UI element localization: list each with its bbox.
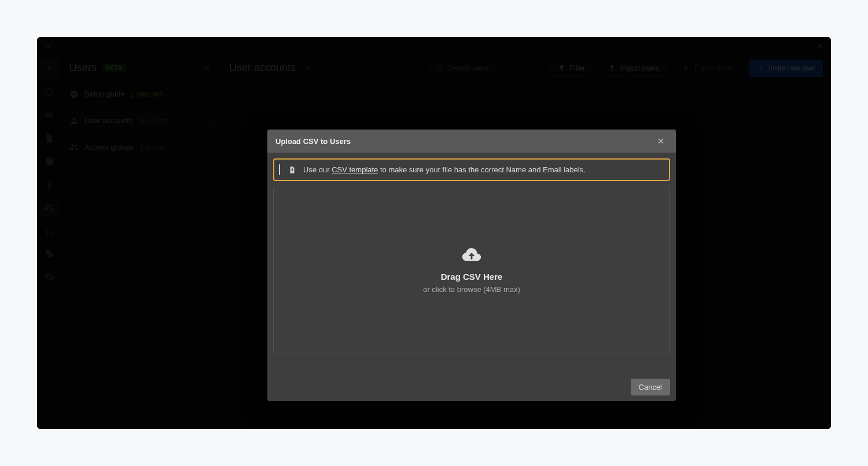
dropzone-title: Drag CSV Here <box>441 272 503 282</box>
callout-suffix: to make sure your file has the correct N… <box>378 165 585 174</box>
cancel-button[interactable]: Cancel <box>631 379 670 395</box>
modal-title: Upload CSV to Users <box>275 137 351 146</box>
csv-dropzone[interactable]: Drag CSV Here or click to browse (4MB ma… <box>273 187 670 353</box>
upload-csv-modal: Upload CSV to Users Use our CSV template… <box>267 130 676 401</box>
modal-header: Upload CSV to Users <box>267 130 676 153</box>
modal-close-button[interactable] <box>654 134 668 148</box>
modal-footer: Cancel <box>267 373 676 401</box>
callout-prefix: Use our <box>303 165 332 174</box>
cloud-upload-icon <box>462 246 481 265</box>
close-icon <box>657 137 665 145</box>
file-download-icon <box>288 166 296 174</box>
dropzone-subtitle: or click to browse (4MB max) <box>423 285 520 294</box>
callout-text: Use our CSV template to make sure your f… <box>303 165 586 174</box>
csv-template-callout: Use our CSV template to make sure your f… <box>273 158 670 181</box>
csv-template-link[interactable]: CSV template <box>332 165 378 174</box>
app-frame: ✕ <box>37 37 831 429</box>
